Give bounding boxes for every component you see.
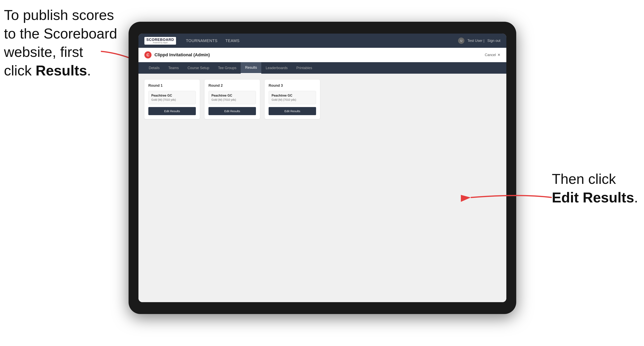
round-3-course-detail: Gold (M) (7010 yds) — [272, 98, 313, 101]
top-nav: SCOREBOARD Powered by clippd TOURNAMENTS… — [138, 33, 506, 48]
instruction-line-3: website, first — [4, 44, 83, 60]
tab-leaderboards[interactable]: Leaderboards — [261, 62, 292, 74]
round-1-course-name: Peachtree GC — [151, 94, 193, 97]
logo-sub-text: Powered by clippd — [153, 42, 168, 44]
sub-nav: Details Teams Course Setup Tee Groups Re… — [138, 62, 506, 74]
round-2-card: Round 2 Peachtree GC Gold (M) (7010 yds)… — [204, 80, 260, 119]
user-icon: U — [458, 37, 464, 44]
rounds-grid: Round 1 Peachtree GC Gold (M) (7010 yds)… — [144, 80, 500, 119]
round-2-course-detail: Gold (M) (7010 yds) — [212, 98, 253, 101]
nav-teams[interactable]: TEAMS — [226, 38, 240, 43]
instruction-line-1: To publish scores — [4, 7, 114, 23]
round-1-title: Round 1 — [148, 84, 196, 88]
round-3-course-card: Peachtree GC Gold (M) (7010 yds) — [268, 91, 316, 104]
instruction2-line1: Then click — [552, 171, 616, 187]
tablet-screen: SCOREBOARD Powered by clippd TOURNAMENTS… — [138, 33, 506, 302]
round-1-course-card: Peachtree GC Gold (M) (7010 yds) — [148, 91, 196, 104]
instruction-2: Then click Edit Results. — [552, 170, 641, 207]
instruction2-line2: Edit Results. — [552, 189, 638, 205]
logo-area: SCOREBOARD Powered by clippd — [144, 37, 176, 45]
main-content: Round 1 Peachtree GC Gold (M) (7010 yds)… — [138, 74, 506, 302]
edit-results-emphasis: Edit Results — [552, 189, 634, 205]
tab-teams[interactable]: Teams — [164, 62, 183, 74]
instruction2-suffix: . — [634, 189, 638, 205]
logo-box: SCOREBOARD Powered by clippd — [144, 37, 176, 45]
arrow-2 — [461, 182, 560, 213]
nav-links: TOURNAMENTS TEAMS — [186, 38, 458, 43]
tablet-frame: SCOREBOARD Powered by clippd TOURNAMENTS… — [128, 22, 516, 314]
cancel-button[interactable]: Cancel ✕ — [485, 53, 500, 57]
tab-course-setup[interactable]: Course Setup — [183, 62, 214, 74]
results-emphasis: Results — [36, 63, 87, 78]
instruction-line-4: click Results. — [4, 63, 91, 78]
clippd-logo: C — [144, 51, 152, 58]
round-3-title: Round 3 — [268, 84, 316, 88]
round-1-course-detail: Gold (M) (7010 yds) — [151, 98, 193, 101]
tab-details[interactable]: Details — [144, 62, 164, 74]
edit-results-button-1[interactable]: Edit Results — [148, 107, 196, 115]
round-3-card: Round 3 Peachtree GC Gold (M) (7010 yds)… — [265, 80, 320, 119]
nav-tournaments[interactable]: TOURNAMENTS — [186, 38, 218, 43]
logo-main-text: SCOREBOARD — [146, 38, 174, 41]
tab-tee-groups[interactable]: Tee Groups — [214, 62, 241, 74]
cancel-label: Cancel — [485, 53, 496, 57]
round-2-course-card: Peachtree GC Gold (M) (7010 yds) — [208, 91, 256, 104]
round-2-title: Round 2 — [208, 84, 256, 88]
round-2-course-name: Peachtree GC — [212, 94, 253, 97]
tab-results[interactable]: Results — [241, 62, 261, 74]
tournament-header: C Clippd Invitational (Admin) Cancel ✕ — [138, 48, 506, 62]
tab-printables[interactable]: Printables — [292, 62, 316, 74]
edit-results-button-2[interactable]: Edit Results — [208, 107, 256, 115]
user-label: Test User | — [467, 39, 484, 43]
nav-right: U Test User | Sign out — [458, 37, 500, 44]
round-1-card: Round 1 Peachtree GC Gold (M) (7010 yds)… — [144, 80, 200, 119]
tournament-title: Clippd Invitational (Admin) — [154, 52, 210, 57]
sign-out-link[interactable]: Sign out — [487, 39, 500, 43]
cancel-x-icon: ✕ — [498, 53, 500, 57]
instruction-line-2: to the Scoreboard — [4, 26, 117, 41]
tournament-title-area: C Clippd Invitational (Admin) — [144, 51, 210, 58]
round-3-course-name: Peachtree GC — [272, 94, 313, 97]
edit-results-button-3[interactable]: Edit Results — [268, 107, 316, 115]
